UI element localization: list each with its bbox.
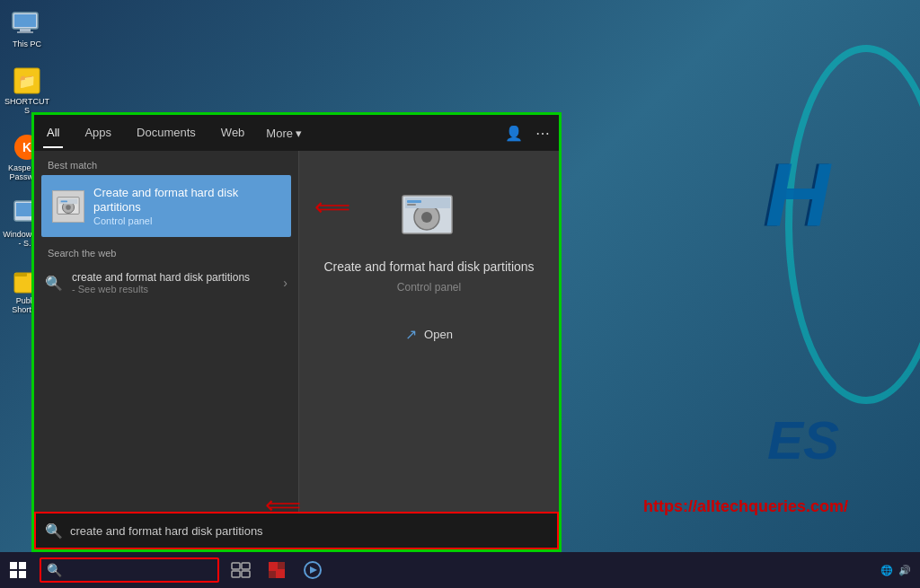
user-icon[interactable]: 👤	[505, 125, 523, 142]
search-bar-icon: 🔍	[45, 522, 63, 540]
web-search-arrow-icon: ›	[283, 276, 288, 290]
taskbar-app-icons	[226, 556, 327, 584]
shortcuts-icon: 📁	[11, 66, 43, 95]
tab-web[interactable]: Web	[217, 118, 249, 148]
svg-rect-21	[407, 200, 421, 203]
search-web-label: Search the web	[34, 237, 298, 264]
more-options-icon[interactable]: ⋯	[535, 125, 550, 142]
right-panel-title: Create and format hard disk partitions	[305, 259, 552, 276]
desktop: H ES This PC 📁 SHORTCUT	[0, 0, 920, 588]
menu-tabs-bar: All Apps Documents Web More ▾ 👤 ⋯	[34, 115, 559, 151]
taskbar-task-view[interactable]	[226, 556, 255, 584]
svg-rect-29	[278, 562, 285, 569]
best-match-item[interactable]: Create and format hard disk partitions C…	[41, 175, 291, 237]
svg-rect-22	[407, 204, 416, 206]
svg-rect-28	[269, 562, 276, 569]
right-panel-subtitle: Control panel	[397, 281, 461, 294]
svg-point-14	[66, 205, 71, 210]
svg-marker-33	[310, 566, 317, 574]
deco-h-letter: H	[765, 144, 830, 247]
svg-rect-3	[17, 31, 33, 33]
taskbar-network-icon: 🌐	[880, 565, 893, 576]
disk-management-icon	[52, 190, 84, 223]
tab-documents[interactable]: Documents	[133, 118, 199, 148]
svg-rect-16	[61, 200, 67, 202]
open-button[interactable]: ↗ Open	[396, 320, 462, 348]
taskbar: 🔍	[0, 552, 920, 588]
taskbar-store[interactable]	[262, 556, 291, 584]
web-search-sub: - See web results	[72, 284, 274, 294]
start-button[interactable]	[0, 552, 36, 588]
arrow-search-bar: ⟸	[265, 490, 301, 520]
tab-all[interactable]: All	[43, 118, 63, 148]
best-match-title: Create and format hard disk partitions	[93, 186, 280, 214]
menu-content: Best match	[34, 151, 559, 512]
web-search-text-block: create and format hard disk partitions -…	[72, 271, 274, 294]
best-match-subtitle: Control panel	[93, 215, 280, 226]
thispc-label: This PC	[13, 39, 41, 48]
deco-es-letters: ES	[767, 409, 839, 471]
windows-logo	[10, 562, 26, 578]
svg-rect-23	[232, 563, 240, 569]
best-match-label: Best match	[34, 151, 298, 175]
taskbar-search-box[interactable]: 🔍	[40, 557, 219, 583]
svg-text:📁: 📁	[18, 73, 36, 90]
taskbar-right: 🌐 🔊	[880, 565, 920, 576]
desktop-icon-thispc[interactable]: This PC	[11, 9, 43, 48]
arrow-best-match: ⟸	[314, 191, 350, 221]
svg-rect-26	[242, 571, 250, 577]
svg-rect-30	[269, 571, 276, 578]
right-panel-icon	[398, 187, 461, 245]
open-label: Open	[424, 328, 453, 341]
svg-rect-2	[20, 29, 31, 31]
svg-text:K: K	[22, 140, 31, 154]
search-bar-input[interactable]	[70, 524, 548, 538]
best-match-text-block: Create and format hard disk partitions C…	[93, 186, 280, 226]
web-search-item[interactable]: 🔍 create and format hard disk partitions…	[34, 264, 298, 302]
tab-apps[interactable]: Apps	[81, 118, 115, 148]
taskbar-search-icon: 🔍	[47, 563, 62, 577]
search-icon: 🔍	[45, 275, 63, 292]
svg-point-19	[421, 212, 432, 223]
svg-rect-24	[242, 563, 250, 569]
svg-rect-31	[278, 571, 285, 578]
site-url: https://alltechqueries.com/	[643, 497, 848, 516]
open-icon: ↗	[405, 326, 417, 343]
menu-tab-right-icons: 👤 ⋯	[505, 125, 550, 142]
thispc-icon	[11, 9, 43, 38]
tab-more[interactable]: More ▾	[266, 127, 302, 140]
menu-left-panel: Best match	[34, 151, 299, 512]
taskbar-volume-icon: 🔊	[898, 565, 911, 576]
taskbar-media[interactable]	[298, 556, 327, 584]
svg-rect-11	[14, 273, 27, 276]
web-search-main: create and format hard disk partitions	[72, 271, 274, 284]
desktop-icon-shortcuts[interactable]: 📁 SHORTCUTS	[3, 66, 52, 115]
start-menu: All Apps Documents Web More ▾ 👤 ⋯ Best m…	[31, 112, 562, 552]
svg-rect-25	[232, 571, 240, 577]
svg-rect-1	[14, 14, 36, 27]
